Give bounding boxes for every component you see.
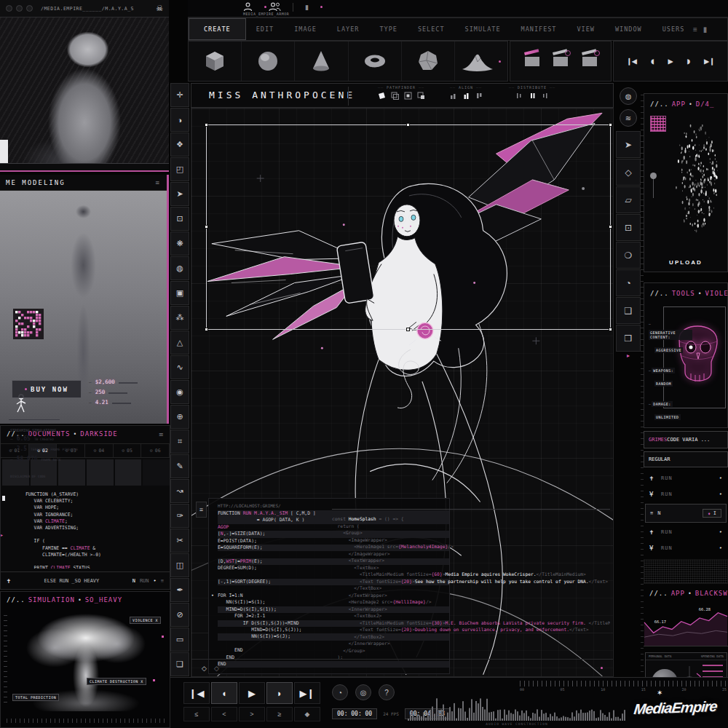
utility-button[interactable]: ◔ [332, 684, 348, 700]
menu-item[interactable]: CREATE [189, 18, 246, 40]
tool-button[interactable]: ✒ [170, 578, 189, 602]
tool-button[interactable]: ✛ [170, 83, 189, 107]
menu-item[interactable]: EDIT [246, 18, 284, 40]
document-tab[interactable]: ⊙ 06 [141, 444, 170, 457]
transport-button[interactable]: ◗ [266, 682, 293, 704]
distribute-v-icon[interactable] [542, 92, 550, 100]
gem-icon[interactable]: ◇ [214, 665, 219, 672]
step-button[interactable]: < [211, 707, 237, 721]
tool-button[interactable]: ◉ [170, 380, 189, 404]
terrain-primitive-button[interactable] [455, 41, 507, 81]
torus-primitive-button[interactable] [349, 41, 402, 81]
tool-button[interactable]: ➤ [170, 182, 189, 206]
upload-label[interactable]: UPLOAD [644, 259, 727, 266]
tool-button[interactable]: ❏ [170, 652, 189, 676]
jsx-code-overlay[interactable]: const HomeSplash = () => { return ( <Gro… [332, 509, 610, 659]
sphere-primitive-button[interactable] [242, 41, 295, 81]
window-button[interactable] [26, 5, 33, 12]
utility-button[interactable]: ? [379, 684, 395, 700]
align-left-icon[interactable] [449, 92, 457, 100]
run-row[interactable]: ¥ RUN • [644, 540, 728, 556]
scene-clapper-button[interactable] [525, 57, 539, 66]
users-group-icon[interactable] [269, 2, 281, 12]
transport-button[interactable]: ▶ [239, 682, 265, 704]
toolstrip-circle-button[interactable]: ≋ [620, 109, 637, 127]
utility-button[interactable]: ◎ [355, 684, 371, 700]
n-stepper[interactable]: ≡ N ♦ I [645, 504, 727, 523]
distribute-center-icon[interactable] [529, 92, 537, 100]
tool-button[interactable]: ✑ [170, 504, 189, 528]
tool-button[interactable]: ⊡ [616, 214, 641, 241]
code-varia-select[interactable]: GRIMES CODE VARIA ... [644, 431, 728, 448]
run-label[interactable]: RUN [140, 578, 149, 584]
tool-button[interactable]: ⊕ [170, 405, 189, 429]
scene-clapper-record-button[interactable] [582, 57, 597, 66]
window-button[interactable] [6, 5, 12, 12]
list-icon[interactable]: ≡ [693, 25, 697, 33]
step-button[interactable]: ≤ [183, 707, 210, 721]
tool-button[interactable]: ❍ [616, 242, 641, 269]
timeline-ruler[interactable] [520, 681, 727, 687]
selection-handle[interactable] [609, 225, 612, 229]
selection-handle[interactable] [205, 328, 208, 331]
window-button[interactable] [16, 5, 23, 12]
cube-primitive-button[interactable] [189, 41, 242, 81]
dagger-icon[interactable]: ✝ [7, 577, 10, 585]
tool-button[interactable]: ⁂ [170, 306, 189, 330]
tool-button[interactable]: ❑ [616, 297, 641, 324]
tool-button[interactable]: ◍ [170, 256, 189, 280]
tool-button[interactable]: ❖ [170, 132, 189, 157]
menu-item[interactable]: SELECT [408, 18, 455, 40]
selection-handle[interactable] [406, 123, 410, 127]
menu-icon[interactable]: ≡ [161, 578, 164, 584]
tool-button[interactable]: ▱ [616, 186, 641, 213]
transport-button[interactable]: ❙◀ [627, 56, 637, 66]
tool-button[interactable]: ∿ [170, 355, 189, 379]
menu-item[interactable]: TYPE [369, 18, 407, 40]
menu-item[interactable]: IMAGE [284, 18, 327, 40]
tool-button[interactable]: ⊘ [170, 603, 189, 627]
menu-item[interactable]: SIMULATE [455, 18, 511, 40]
buy-now-button[interactable]: BUY NOW [12, 380, 82, 398]
distribute-h-icon[interactable] [515, 92, 523, 100]
thumbnail[interactable] [87, 459, 114, 486]
transport-button[interactable]: ◖ [211, 682, 237, 704]
rock-primitive-button[interactable] [402, 41, 455, 81]
menu-item[interactable]: USERS [652, 18, 695, 40]
transport-button[interactable]: ◖ [650, 56, 655, 66]
tool-button[interactable]: ❋ [170, 232, 189, 256]
selection-handle[interactable] [205, 225, 208, 229]
tool-button[interactable]: ▣ [170, 281, 189, 305]
selection-marquee[interactable] [206, 124, 611, 330]
step-button[interactable]: ◆ [294, 707, 320, 721]
tool-button[interactable]: △ [170, 331, 189, 355]
pathfinder-minus-icon[interactable] [391, 92, 399, 100]
tool-button[interactable]: ▭ [170, 628, 189, 652]
document-tab[interactable]: ⊙ 05 [114, 444, 142, 457]
tool-button[interactable]: ⌗ [170, 430, 189, 454]
pathfinder-unite-icon[interactable] [378, 92, 386, 100]
document-tab[interactable]: ⊙ 04 [85, 444, 114, 457]
selection-handle[interactable] [205, 123, 208, 127]
transport-button[interactable]: ▶ [668, 56, 673, 66]
tool-button[interactable]: ❒ [616, 325, 641, 352]
menu-item[interactable]: VIEW [567, 18, 605, 40]
transport-button[interactable]: ▶❙ [294, 682, 320, 704]
toolstrip-circle-button[interactable]: ◍ [620, 87, 637, 105]
pathfinder-exclude-icon[interactable] [417, 92, 425, 100]
tool-button[interactable]: ◑ [170, 108, 189, 132]
user-icon[interactable] [243, 2, 253, 12]
menu-item[interactable]: LAYER [327, 18, 370, 40]
gem-icon[interactable]: ◇ [202, 665, 207, 672]
tool-button[interactable]: ✎ [170, 454, 189, 478]
artboard-canvas[interactable]: ≡ HTTP://LOCALHOST:GRIMES/ FUNCTION RUN … [191, 108, 614, 677]
step-button[interactable]: > [239, 707, 265, 721]
align-center-icon[interactable] [462, 92, 470, 100]
cone-primitive-button[interactable] [295, 41, 348, 81]
tool-button[interactable]: ◫ [170, 553, 189, 577]
timecode-current[interactable]: 00: 00: 00 [332, 708, 377, 719]
run-row[interactable]: ✝ RUN • [644, 524, 728, 540]
menu-item[interactable]: WINDOW [605, 18, 652, 40]
style-select[interactable]: REGULAR [644, 451, 728, 467]
transport-button[interactable]: ❙◀ [183, 682, 210, 704]
